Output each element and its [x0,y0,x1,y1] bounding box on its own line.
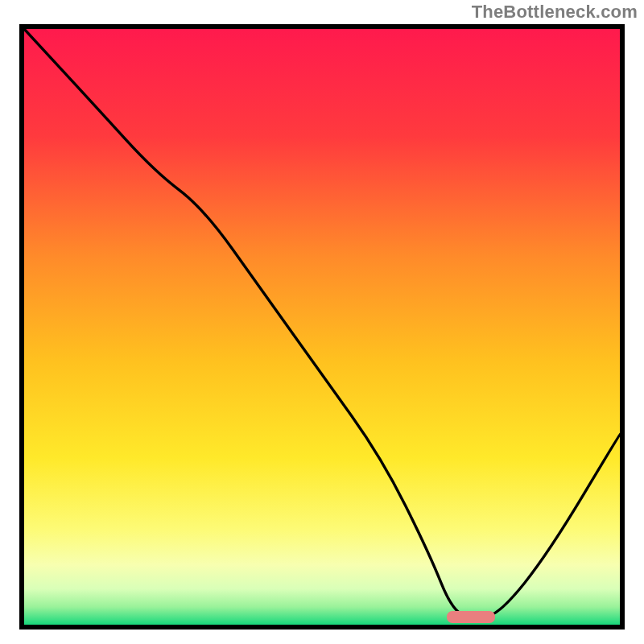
plot-area [19,24,625,630]
gradient-rect [24,29,620,625]
watermark-text: TheBottleneck.com [472,2,638,23]
heat-gradient-bg [24,29,620,625]
chart-root: TheBottleneck.com [0,0,644,644]
sweet-spot-marker [447,611,494,623]
